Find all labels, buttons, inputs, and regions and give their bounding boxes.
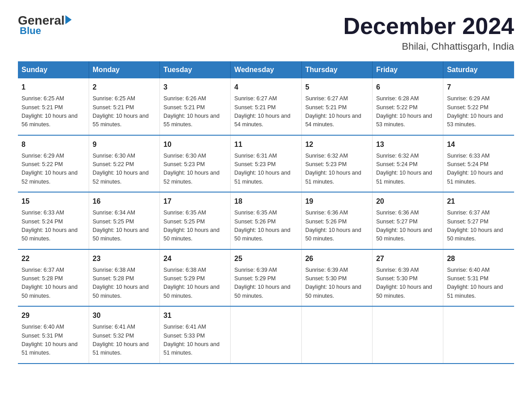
day-info: Sunrise: 6:34 AM Sunset: 5:25 PM Dayligh… <box>93 209 156 244</box>
calendar-cell: 20 Sunrise: 6:36 AM Sunset: 5:27 PM Dayl… <box>372 192 443 249</box>
day-number: 20 <box>376 196 439 207</box>
calendar-cell <box>301 306 372 364</box>
day-info: Sunrise: 6:35 AM Sunset: 5:26 PM Dayligh… <box>234 209 297 244</box>
day-info: Sunrise: 6:38 AM Sunset: 5:28 PM Dayligh… <box>93 266 156 301</box>
calendar-cell: 25 Sunrise: 6:39 AM Sunset: 5:29 PM Dayl… <box>231 249 301 307</box>
day-number: 12 <box>305 139 369 150</box>
logo: General Blue <box>18 13 72 37</box>
day-number: 31 <box>163 310 227 321</box>
logo-triangle-icon <box>65 15 72 24</box>
month-title: December 2024 <box>343 13 514 39</box>
day-of-week-header: Saturday <box>443 61 514 78</box>
calendar-cell: 18 Sunrise: 6:35 AM Sunset: 5:26 PM Dayl… <box>231 192 301 249</box>
day-number: 21 <box>447 196 511 207</box>
day-info: Sunrise: 6:35 AM Sunset: 5:25 PM Dayligh… <box>163 209 227 244</box>
calendar-cell: 15 Sunrise: 6:33 AM Sunset: 5:24 PM Dayl… <box>18 192 89 249</box>
location-title: Bhilai, Chhattisgarh, India <box>343 41 514 52</box>
day-number: 28 <box>447 253 511 264</box>
calendar-cell: 12 Sunrise: 6:32 AM Sunset: 5:23 PM Dayl… <box>301 135 372 193</box>
day-info: Sunrise: 6:39 AM Sunset: 5:29 PM Dayligh… <box>234 266 297 301</box>
day-number: 4 <box>234 82 297 93</box>
day-info: Sunrise: 6:40 AM Sunset: 5:31 PM Dayligh… <box>21 323 85 358</box>
page-header: General Blue December 2024 Bhilai, Chhat… <box>18 13 514 52</box>
calendar-week-row: 1 Sunrise: 6:25 AM Sunset: 5:21 PM Dayli… <box>18 78 514 135</box>
calendar-cell: 30 Sunrise: 6:41 AM Sunset: 5:32 PM Dayl… <box>89 306 159 364</box>
calendar-cell: 13 Sunrise: 6:32 AM Sunset: 5:24 PM Dayl… <box>372 135 443 193</box>
calendar-cell: 24 Sunrise: 6:38 AM Sunset: 5:29 PM Dayl… <box>160 249 231 307</box>
calendar-header-row: SundayMondayTuesdayWednesdayThursdayFrid… <box>18 61 514 78</box>
day-number: 13 <box>376 139 439 150</box>
day-number: 10 <box>163 139 227 150</box>
day-of-week-header: Wednesday <box>231 61 301 78</box>
day-of-week-header: Sunday <box>18 61 89 78</box>
calendar-cell: 8 Sunrise: 6:29 AM Sunset: 5:22 PM Dayli… <box>18 135 89 193</box>
day-number: 19 <box>305 196 369 207</box>
title-section: December 2024 Bhilai, Chhattisgarh, Indi… <box>343 13 514 52</box>
calendar-table: SundayMondayTuesdayWednesdayThursdayFrid… <box>18 61 514 364</box>
day-info: Sunrise: 6:32 AM Sunset: 5:23 PM Dayligh… <box>305 152 369 187</box>
day-number: 7 <box>447 82 511 93</box>
day-number: 8 <box>21 139 85 150</box>
calendar-cell: 2 Sunrise: 6:25 AM Sunset: 5:21 PM Dayli… <box>89 78 159 135</box>
day-info: Sunrise: 6:36 AM Sunset: 5:27 PM Dayligh… <box>376 209 439 244</box>
calendar-cell: 10 Sunrise: 6:30 AM Sunset: 5:23 PM Dayl… <box>160 135 231 193</box>
day-info: Sunrise: 6:25 AM Sunset: 5:21 PM Dayligh… <box>21 94 85 129</box>
day-info: Sunrise: 6:39 AM Sunset: 5:30 PM Dayligh… <box>376 266 439 301</box>
calendar-cell: 5 Sunrise: 6:27 AM Sunset: 5:21 PM Dayli… <box>301 78 372 135</box>
day-info: Sunrise: 6:31 AM Sunset: 5:23 PM Dayligh… <box>234 152 297 187</box>
day-number: 22 <box>21 253 85 264</box>
logo-blue-text: Blue <box>20 25 41 37</box>
day-info: Sunrise: 6:32 AM Sunset: 5:24 PM Dayligh… <box>376 152 439 187</box>
day-info: Sunrise: 6:28 AM Sunset: 5:22 PM Dayligh… <box>376 94 439 129</box>
day-of-week-header: Friday <box>372 61 443 78</box>
calendar-week-row: 29 Sunrise: 6:40 AM Sunset: 5:31 PM Dayl… <box>18 306 514 364</box>
calendar-cell: 3 Sunrise: 6:26 AM Sunset: 5:21 PM Dayli… <box>160 78 231 135</box>
calendar-cell: 4 Sunrise: 6:27 AM Sunset: 5:21 PM Dayli… <box>231 78 301 135</box>
day-number: 11 <box>234 139 297 150</box>
day-number: 6 <box>376 82 439 93</box>
calendar-cell <box>231 306 301 364</box>
calendar-cell: 7 Sunrise: 6:29 AM Sunset: 5:22 PM Dayli… <box>443 78 514 135</box>
calendar-cell: 16 Sunrise: 6:34 AM Sunset: 5:25 PM Dayl… <box>89 192 159 249</box>
day-info: Sunrise: 6:38 AM Sunset: 5:29 PM Dayligh… <box>163 266 227 301</box>
day-info: Sunrise: 6:37 AM Sunset: 5:28 PM Dayligh… <box>21 266 85 301</box>
calendar-cell <box>372 306 443 364</box>
day-number: 18 <box>234 196 297 207</box>
calendar-cell: 29 Sunrise: 6:40 AM Sunset: 5:31 PM Dayl… <box>18 306 89 364</box>
day-info: Sunrise: 6:30 AM Sunset: 5:22 PM Dayligh… <box>93 152 156 187</box>
day-of-week-header: Tuesday <box>160 61 231 78</box>
calendar-cell: 31 Sunrise: 6:41 AM Sunset: 5:33 PM Dayl… <box>160 306 231 364</box>
day-info: Sunrise: 6:27 AM Sunset: 5:21 PM Dayligh… <box>234 94 297 129</box>
calendar-cell: 9 Sunrise: 6:30 AM Sunset: 5:22 PM Dayli… <box>89 135 159 193</box>
day-number: 29 <box>21 310 85 321</box>
day-number: 24 <box>163 253 227 264</box>
day-number: 16 <box>93 196 156 207</box>
calendar-cell: 22 Sunrise: 6:37 AM Sunset: 5:28 PM Dayl… <box>18 249 89 307</box>
calendar-week-row: 8 Sunrise: 6:29 AM Sunset: 5:22 PM Dayli… <box>18 135 514 193</box>
day-number: 9 <box>93 139 156 150</box>
calendar-cell: 21 Sunrise: 6:37 AM Sunset: 5:27 PM Dayl… <box>443 192 514 249</box>
day-info: Sunrise: 6:29 AM Sunset: 5:22 PM Dayligh… <box>447 94 511 129</box>
day-info: Sunrise: 6:26 AM Sunset: 5:21 PM Dayligh… <box>163 94 227 129</box>
calendar-week-row: 15 Sunrise: 6:33 AM Sunset: 5:24 PM Dayl… <box>18 192 514 249</box>
day-info: Sunrise: 6:25 AM Sunset: 5:21 PM Dayligh… <box>93 94 156 129</box>
day-number: 3 <box>163 82 227 93</box>
day-info: Sunrise: 6:36 AM Sunset: 5:26 PM Dayligh… <box>305 209 369 244</box>
day-number: 2 <box>93 82 156 93</box>
day-number: 14 <box>447 139 511 150</box>
day-info: Sunrise: 6:41 AM Sunset: 5:32 PM Dayligh… <box>93 323 156 358</box>
day-info: Sunrise: 6:39 AM Sunset: 5:30 PM Dayligh… <box>305 266 369 301</box>
day-number: 15 <box>21 196 85 207</box>
day-info: Sunrise: 6:41 AM Sunset: 5:33 PM Dayligh… <box>163 323 227 358</box>
day-number: 5 <box>305 82 369 93</box>
day-info: Sunrise: 6:33 AM Sunset: 5:24 PM Dayligh… <box>21 209 85 244</box>
day-of-week-header: Monday <box>89 61 159 78</box>
day-number: 25 <box>234 253 297 264</box>
calendar-cell: 6 Sunrise: 6:28 AM Sunset: 5:22 PM Dayli… <box>372 78 443 135</box>
calendar-cell: 1 Sunrise: 6:25 AM Sunset: 5:21 PM Dayli… <box>18 78 89 135</box>
day-number: 1 <box>21 82 85 93</box>
calendar-week-row: 22 Sunrise: 6:37 AM Sunset: 5:28 PM Dayl… <box>18 249 514 307</box>
day-info: Sunrise: 6:30 AM Sunset: 5:23 PM Dayligh… <box>163 152 227 187</box>
calendar-cell: 23 Sunrise: 6:38 AM Sunset: 5:28 PM Dayl… <box>89 249 159 307</box>
calendar-cell: 26 Sunrise: 6:39 AM Sunset: 5:30 PM Dayl… <box>301 249 372 307</box>
